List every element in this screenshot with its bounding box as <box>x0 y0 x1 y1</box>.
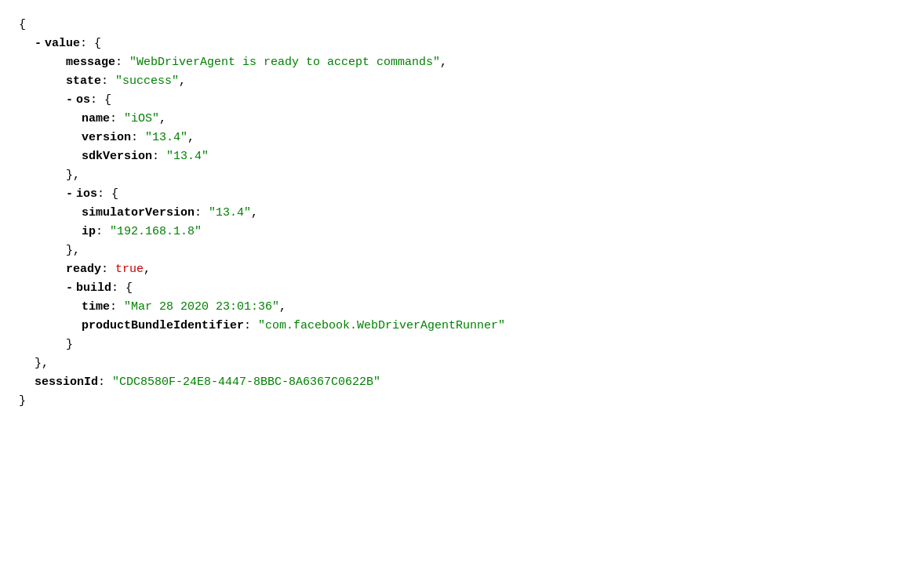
root-close: } <box>19 392 924 411</box>
sessionid-value: "CDC8580F-24E8-4447-8BBC-8A6367C0622B" <box>112 373 380 392</box>
sessionid-colon: : <box>98 373 112 392</box>
simulatorversion-key: simulatorVersion <box>82 204 195 223</box>
ip-key: ip <box>82 223 96 241</box>
sdkversion-line: sdkVersion : "13.4" <box>19 147 924 166</box>
ready-comma: , <box>144 260 151 279</box>
time-comma: , <box>279 298 286 317</box>
simulatorversion-value: "13.4" <box>209 204 251 223</box>
build-close: } <box>19 336 924 354</box>
name-value: "iOS" <box>124 110 159 129</box>
state-colon: : <box>101 72 115 91</box>
message-value: "WebDriverAgent is ready to accept comma… <box>129 53 440 72</box>
sessionid-line: sessionId : "CDC8580F-24E8-4447-8BBC-8A6… <box>19 373 924 392</box>
ios-close: }, <box>19 241 924 260</box>
version-comma: , <box>187 129 195 147</box>
message-colon: : <box>115 53 129 72</box>
value-line: - value : { <box>19 34 924 53</box>
ios-colon: : { <box>97 185 118 204</box>
version-key: version <box>82 129 131 147</box>
value-colon: : { <box>80 34 101 53</box>
os-line: - os : { <box>19 91 924 110</box>
message-line: message : "WebDriverAgent is ready to ac… <box>19 53 924 72</box>
value-close-brace: }, <box>35 354 49 373</box>
root-open: { <box>19 16 924 34</box>
name-colon: : <box>110 110 124 129</box>
version-value: "13.4" <box>145 129 187 147</box>
version-colon: : <box>131 129 145 147</box>
build-line: - build : { <box>19 279 924 298</box>
value-collapse-icon[interactable]: - <box>35 34 42 53</box>
ready-colon: : <box>101 260 115 279</box>
build-colon: : { <box>111 279 133 298</box>
time-key: time <box>82 298 110 317</box>
sdkversion-colon: : <box>152 147 166 166</box>
time-colon: : <box>110 298 124 317</box>
productbundle-value: "com.facebook.WebDriverAgentRunner" <box>258 317 505 336</box>
os-key: os <box>76 91 90 110</box>
ios-key: ios <box>76 185 97 204</box>
ip-value: "192.168.1.8" <box>110 223 202 241</box>
productbundle-key: productBundleIdentifier <box>82 317 244 336</box>
time-value: "Mar 28 2020 23:01:36" <box>124 298 279 317</box>
ios-collapse-icon[interactable]: - <box>66 185 73 204</box>
version-line: version : "13.4" , <box>19 129 924 147</box>
value-key: value <box>45 34 80 53</box>
sdkversion-key: sdkVersion <box>82 147 152 166</box>
state-key: state <box>66 72 101 91</box>
value-close: }, <box>19 354 924 373</box>
state-value: "success" <box>115 72 179 91</box>
name-comma: , <box>159 110 166 129</box>
root-close-brace: } <box>19 392 26 411</box>
ip-line: ip : "192.168.1.8" <box>19 223 924 241</box>
ios-line: - ios : { <box>19 185 924 204</box>
state-line: state : "success" , <box>19 72 924 91</box>
ready-line: ready : true , <box>19 260 924 279</box>
build-key: build <box>76 279 111 298</box>
ready-key: ready <box>66 260 101 279</box>
ready-value: true <box>115 260 144 279</box>
simulatorversion-line: simulatorVersion : "13.4" , <box>19 204 924 223</box>
productbundle-colon: : <box>244 317 258 336</box>
message-comma: , <box>440 53 447 72</box>
time-line: time : "Mar 28 2020 23:01:36" , <box>19 298 924 317</box>
productbundle-line: productBundleIdentifier : "com.facebook.… <box>19 317 924 336</box>
build-close-brace: } <box>66 336 73 354</box>
name-key: name <box>82 110 110 129</box>
root-open-brace: { <box>19 16 26 34</box>
name-line: name : "iOS" , <box>19 110 924 129</box>
message-key: message <box>66 53 115 72</box>
os-close: }, <box>19 166 924 185</box>
sdkversion-value: "13.4" <box>166 147 209 166</box>
sessionid-key: sessionId <box>35 373 98 392</box>
os-colon: : { <box>90 91 111 110</box>
simulatorversion-colon: : <box>195 204 209 223</box>
ip-colon: : <box>96 223 110 241</box>
state-comma: , <box>179 72 186 91</box>
json-viewer: { - value : { message : "WebDriverAgent … <box>19 16 924 566</box>
build-collapse-icon[interactable]: - <box>66 279 73 298</box>
ios-close-brace: }, <box>66 241 80 260</box>
os-collapse-icon[interactable]: - <box>66 91 73 110</box>
os-close-brace: }, <box>66 166 80 185</box>
simulatorversion-comma: , <box>251 204 258 223</box>
